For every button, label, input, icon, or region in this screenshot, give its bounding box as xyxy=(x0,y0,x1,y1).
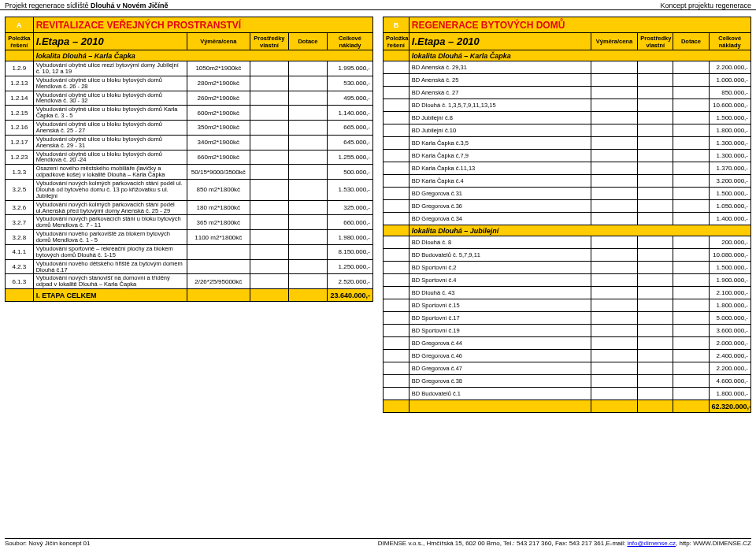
table-row: 4.2.3 Vybudování nového dětského hřiště … xyxy=(6,259,373,274)
row-desc: BD Budovatelů č.1 xyxy=(409,388,591,400)
row-rate xyxy=(187,259,250,274)
row-desc: BD Gregorova č.34 xyxy=(409,213,591,225)
row-desc: BD Karla Čapka č.3,5 xyxy=(409,137,591,150)
row-cost: 4.600.000,- xyxy=(709,375,750,388)
sub-b1: lokalita Dlouhá – Karla Čapka xyxy=(409,50,750,61)
row-desc: BD Gregorova č.46 xyxy=(409,350,591,362)
row-cost: 1.800.000,- xyxy=(709,124,750,137)
table-row: 1.2.16 Vybudování obytné ulice u bloku b… xyxy=(6,121,373,136)
footer-left: Soubor: Nový Jičín koncept 01 xyxy=(5,540,91,547)
row-id: 3.2.6 xyxy=(6,200,34,215)
row-rate: 50/15*9000/3500kč xyxy=(187,165,250,180)
doc-title-right: Koncept projektu regenerace xyxy=(660,2,751,9)
footer-email-link[interactable]: info@dimense.cz xyxy=(628,540,676,547)
etapa-a-label: I.Etapa – 2010 xyxy=(36,35,104,47)
col-prostredky: Prostředky vlastní xyxy=(250,33,288,50)
row-cost: 1.530.000,- xyxy=(327,180,372,201)
table-row: 3.2.5 Vybudování nových kolmých parkovac… xyxy=(6,180,373,201)
row-id: 1.2.9 xyxy=(6,61,34,76)
row-cost: 1.140.000,- xyxy=(327,106,372,121)
row-cost: 3.600.000,- xyxy=(709,325,750,337)
table-row: BD Dlouhá č. 1,3,5,7,9,11,13,15 10.600.0… xyxy=(384,99,751,112)
table-row: 1.2.15 Vybudování obytné ulice u bloku b… xyxy=(6,106,373,121)
col-polozka: Položka řešení xyxy=(6,33,34,50)
row-desc: BD Sportovní č.17 xyxy=(409,312,591,325)
col-polozka-b: Položka řešení xyxy=(384,33,410,50)
row-cost: 2.200.000,- xyxy=(709,61,750,74)
row-desc: BD Anenská č. 25 xyxy=(409,74,591,87)
row-desc: BD Sportovní č.19 xyxy=(409,325,591,337)
row-cost: 2.000.000,- xyxy=(709,337,750,350)
row-cost: 1.800.000,- xyxy=(709,299,750,312)
table-row: BD Budovatelů č. 5,7,9,11 10.080.000,- xyxy=(384,249,751,262)
section-b-title: REGENERACE BYTOVÝCH DOMŮ xyxy=(412,20,565,31)
row-desc: Vybudování obytné ulice u bloku bytových… xyxy=(33,91,187,106)
table-row: 6.1.3 Vybudování nových stanovišť na dom… xyxy=(6,274,373,289)
row-id: 1.2.16 xyxy=(6,121,34,136)
row-desc: Vybudování sportovně – rekreační plochy … xyxy=(33,244,187,259)
table-row: BD Karla Čapka č.3,5 1.300.000,- xyxy=(384,137,751,150)
row-cost: 1.995.000,- xyxy=(327,61,372,76)
row-cost: 1.500.000,- xyxy=(709,188,750,200)
row-cost: 1.050.000,- xyxy=(709,200,750,213)
row-rate: 280m2*1900kč xyxy=(187,76,250,91)
row-cost: 500.000,- xyxy=(327,165,372,180)
row-cost: 530.000,- xyxy=(327,76,372,91)
row-rate xyxy=(187,244,250,259)
row-rate: 350m2*1900kč xyxy=(187,121,250,136)
row-id: 1.3.3 xyxy=(6,165,34,180)
total-a-value: 23.640.000,- xyxy=(327,289,372,302)
table-row: 1.2.23 Vybudování obytné ulice u bloku b… xyxy=(6,150,373,165)
total-a-label: I. ETAPA CELKEM xyxy=(33,289,187,302)
top-header: Projekt regenerace sídliště Dlouhá v Nov… xyxy=(0,0,756,10)
section-b-letter: B xyxy=(384,17,410,33)
row-rate: 660m2*1900kč xyxy=(187,150,250,165)
col-vymera: Výměra/cena xyxy=(187,33,250,50)
table-row: BD Anenská č. 29,31 2.200.000,- xyxy=(384,61,751,74)
row-desc: BD Jubilejní č.8 xyxy=(409,112,591,124)
row-cost: 325.000,- xyxy=(327,200,372,215)
table-row: BD Gregorova č.47 2.200.000,- xyxy=(384,362,751,375)
row-desc: Vybudování nových kolmých parkovacích st… xyxy=(33,180,187,201)
row-cost: 2.400.000,- xyxy=(709,350,750,362)
table-row: BD Sportovní č.19 3.600.000,- xyxy=(384,325,751,337)
row-desc: BD Anenská č. 29,31 xyxy=(409,61,591,74)
row-cost: 1.980.000,- xyxy=(327,230,372,245)
row-desc: BD Budovatelů č. 5,7,9,11 xyxy=(409,249,591,262)
doc-title-bold: Dlouhá v Novém Jičíně xyxy=(91,2,169,9)
row-desc: BD Gregorova č.36 xyxy=(409,200,591,213)
table-row: BD Jubilejní č.8 1.500.000,- xyxy=(384,112,751,124)
total-b-value: 62.320.000,- xyxy=(709,400,750,413)
row-desc: BD Gregorova č.47 xyxy=(409,362,591,375)
row-cost: 1.800.000,- xyxy=(709,388,750,400)
row-rate: 180 m2*1800kč xyxy=(187,200,250,215)
table-row: BD Gregorova č.44 2.000.000,- xyxy=(384,337,751,350)
row-id: 1.2.15 xyxy=(6,106,34,121)
col-celkove: Celkové náklady xyxy=(327,33,372,50)
row-cost: 1.500.000,- xyxy=(709,112,750,124)
row-cost: 1.300.000,- xyxy=(709,137,750,150)
row-cost: 5.000.000,- xyxy=(709,312,750,325)
row-desc: Vybudování nového dětského hřiště za byt… xyxy=(33,259,187,274)
row-rate: 850 m2*1800kč xyxy=(187,180,250,201)
row-cost: 1.255.000,- xyxy=(327,150,372,165)
table-row: BD Gregorova č.31 1.500.000,- xyxy=(384,188,751,200)
table-row: 1.3.3 Osazení nového městského mobiliáře… xyxy=(6,165,373,180)
table-row: BD Gregorova č.34 1.400.000,- xyxy=(384,213,751,225)
table-row: BD Dlouhá č. 43 2.100.000,- xyxy=(384,287,751,299)
row-desc: Osazení nového městského mobiliáře (lavi… xyxy=(33,165,187,180)
row-desc: BD Sportovní č.2 xyxy=(409,262,591,274)
row-cost: 660.000,- xyxy=(327,215,372,230)
row-rate: 2/26*25/95000kč xyxy=(187,274,250,289)
table-row: 1.2.17 Vybudování obytné ulice u bloku b… xyxy=(6,135,373,150)
row-rate: 1050m2*1900kč xyxy=(187,61,250,76)
sub-b2: lokalita Dlouhá – Jubilejní xyxy=(409,225,750,236)
table-row: 3.2.7 Vybudování nových parkovacích stán… xyxy=(6,215,373,230)
row-cost: 1.500.000,- xyxy=(709,262,750,274)
row-desc: Vybudování obytné ulice mezi bytovými do… xyxy=(33,61,187,76)
row-cost: 8.150.000,- xyxy=(327,244,372,259)
row-cost: 1.370.000,- xyxy=(709,162,750,175)
table-row: BD Jubilejní č.10 1.800.000,- xyxy=(384,124,751,137)
row-desc: BD Anenská č. 27 xyxy=(409,87,591,99)
table-row: BD Gregorova č.38 4.600.000,- xyxy=(384,375,751,388)
